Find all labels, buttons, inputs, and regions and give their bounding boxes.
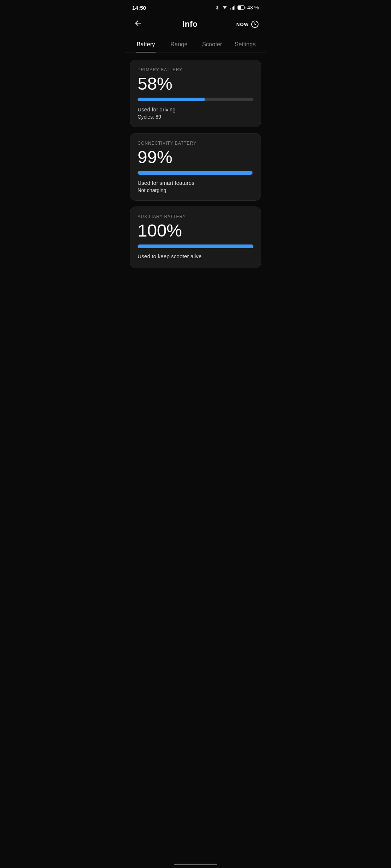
- now-label: NOW: [236, 22, 249, 27]
- header: Info NOW: [125, 14, 266, 37]
- auxiliary-battery-label: AUXILIARY BATTERY: [138, 214, 253, 219]
- auxiliary-battery-card: AUXILIARY BATTERY 100% Used to keep scoo…: [130, 207, 261, 268]
- connectivity-battery-card: CONNECTIVITY BATTERY 99% Used for smart …: [130, 133, 261, 201]
- auxiliary-battery-percentage: 100%: [138, 222, 253, 239]
- primary-battery-description: Used for driving: [138, 106, 253, 112]
- auxiliary-battery-progress-container: [138, 244, 253, 248]
- svg-rect-5: [245, 7, 245, 9]
- page-title: Info: [182, 20, 198, 29]
- connectivity-battery-label: CONNECTIVITY BATTERY: [138, 141, 253, 146]
- svg-rect-0: [231, 8, 231, 10]
- signal-icon: [230, 5, 236, 10]
- tab-settings[interactable]: Settings: [229, 37, 262, 52]
- battery-percent-text: 43 %: [247, 5, 259, 10]
- primary-battery-card: PRIMARY BATTERY 58% Used for driving Cyc…: [130, 60, 261, 127]
- now-button[interactable]: NOW: [236, 20, 259, 28]
- device-battery-icon: [237, 5, 245, 10]
- svg-rect-6: [238, 6, 241, 9]
- svg-rect-3: [234, 5, 235, 10]
- connectivity-battery-description: Used for smart features: [138, 180, 253, 186]
- primary-battery-percentage: 58%: [138, 75, 253, 93]
- connectivity-battery-progress-container: [138, 171, 253, 175]
- primary-battery-progress-fill: [138, 98, 205, 101]
- svg-rect-2: [233, 7, 234, 10]
- tab-scooter[interactable]: Scooter: [196, 37, 229, 52]
- status-bar: 14:50 43 %: [125, 0, 266, 14]
- wifi-icon: [222, 5, 228, 10]
- connectivity-battery-detail: Not charging: [138, 187, 253, 193]
- bluetooth-icon: [215, 4, 220, 11]
- tab-range[interactable]: Range: [163, 37, 196, 52]
- status-icons: 43 %: [215, 4, 259, 11]
- primary-battery-detail: Cycles: 89: [138, 114, 253, 120]
- tabs-bar: Battery Range Scooter Settings: [125, 37, 266, 52]
- tab-battery[interactable]: Battery: [129, 37, 163, 52]
- primary-battery-progress-container: [138, 98, 253, 101]
- svg-rect-1: [232, 7, 232, 10]
- connectivity-battery-percentage: 99%: [138, 149, 253, 166]
- back-button[interactable]: [132, 17, 144, 31]
- primary-battery-label: PRIMARY BATTERY: [138, 67, 253, 72]
- auxiliary-battery-progress-fill: [138, 244, 253, 248]
- connectivity-battery-progress-fill: [138, 171, 252, 175]
- auxiliary-battery-description: Used to keep scooter alive: [138, 253, 253, 259]
- clock-icon: [251, 20, 259, 28]
- status-time: 14:50: [132, 5, 146, 11]
